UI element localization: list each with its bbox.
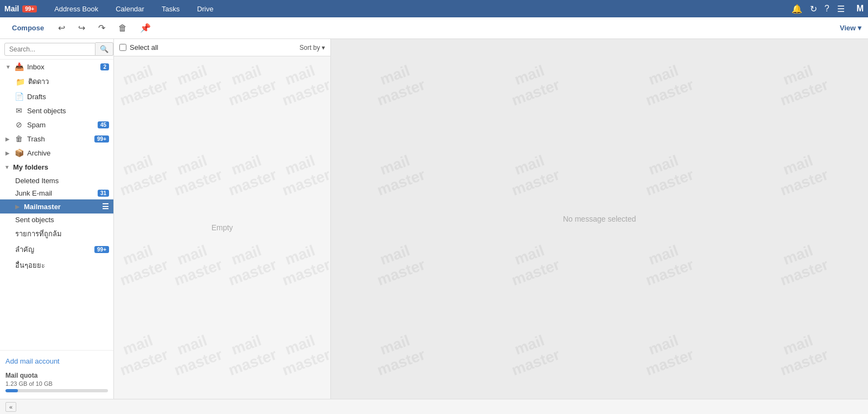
trash-icon: 🗑	[14, 134, 24, 143]
sidebar-item-junk[interactable]: Junk E-mail 31	[0, 187, 113, 199]
other-label: อื่นๆอยยะ	[15, 260, 109, 271]
watermark-cell: mailmaster	[320, 289, 476, 414]
add-account-link[interactable]: Add mail account	[5, 357, 108, 365]
sidebar-item-starred[interactable]: 📁 ติดดาว	[0, 74, 113, 89]
watermark-cell: mailmaster	[320, 199, 476, 329]
top-nav: Mail 99+ Address Book Calendar Tasks Dri…	[0, 0, 868, 17]
menu-icon[interactable]: ☰	[837, 4, 845, 14]
no-message-label: No message selected	[563, 215, 636, 223]
sidebar-item-archive[interactable]: ▶ 📦 Archive	[0, 146, 113, 160]
group-label: รายการที่ถูกล้ม	[15, 228, 109, 240]
sidebar-item-group[interactable]: รายการที่ถูกล้ม	[0, 226, 113, 242]
drafts-icon: 📄	[14, 92, 24, 101]
refresh-icon[interactable]: ↻	[810, 4, 817, 14]
spam-label: Spam	[27, 121, 94, 129]
sidebar-item-important[interactable]: ลำคัญ 99+	[0, 242, 113, 257]
archive-icon: 📦	[14, 148, 24, 157]
mailmaster-label: Mailmaster	[24, 203, 99, 211]
help-icon[interactable]: ?	[825, 4, 829, 14]
archive-arrow-icon: ▶	[5, 150, 11, 156]
quota-bar-bg	[5, 389, 108, 392]
sidebar: 🔍 ▼ 📥 Inbox 2 📁 ติดดาว 📄 Drafts	[0, 39, 114, 399]
forward-button[interactable]: ↷	[94, 21, 110, 35]
mailmaster-menu-icon[interactable]: ☰	[102, 202, 109, 211]
inbox-label: Inbox	[27, 63, 97, 71]
my-folders-label: My folders	[13, 163, 48, 171]
nav-items: Address Book Calendar Tasks Drive	[46, 2, 792, 16]
trash-label: Trash	[27, 135, 91, 143]
inbox-icon: 📥	[14, 62, 24, 71]
sort-by-arrow-icon: ▾	[322, 44, 325, 51]
status-bar: «	[0, 399, 868, 414]
compose-button[interactable]: Compose	[7, 22, 49, 34]
mailmaster-logo: M	[857, 4, 864, 14]
nav-drive[interactable]: Drive	[188, 2, 222, 16]
sidebar-item-other[interactable]: อื่นๆอยยะ	[0, 257, 113, 273]
important-badge: 99+	[94, 246, 109, 253]
archive-button[interactable]: 📌	[136, 21, 155, 35]
sidebar-item-drafts[interactable]: 📄 Drafts	[0, 89, 113, 104]
nav-address-book[interactable]: Address Book	[46, 2, 107, 16]
search-button[interactable]: 🔍	[95, 42, 113, 56]
select-all-wrap: Select all	[119, 43, 294, 51]
junk-badge: 31	[98, 190, 109, 197]
my-folders-arrow-icon: ▼	[4, 164, 10, 170]
inbox-badge: 2	[100, 63, 109, 70]
sidebar-item-sent2[interactable]: Sent objects	[0, 214, 113, 226]
empty-message: Empty	[114, 56, 330, 399]
nav-tasks[interactable]: Tasks	[153, 2, 188, 16]
sidebar-item-inbox[interactable]: ▼ 📥 Inbox 2	[0, 60, 113, 74]
archive-label: Archive	[27, 149, 109, 157]
watermark-cell: mailmaster	[723, 109, 868, 240]
delete-button[interactable]: 🗑	[114, 21, 131, 35]
search-input[interactable]	[4, 43, 95, 56]
top-nav-icons: 🔔 ↻ ? ☰ M	[792, 4, 864, 14]
watermark-cell: mailmaster	[454, 289, 611, 414]
mailmaster-arrow-icon: ▶	[15, 204, 21, 210]
message-list-pane: mailmaster mailmaster mailmaster mailmas…	[114, 39, 331, 399]
bell-icon[interactable]: 🔔	[792, 4, 802, 14]
sidebar-item-trash[interactable]: ▶ 🗑 Trash 99+	[0, 132, 113, 146]
sidebar-nav: ▼ 📥 Inbox 2 📁 ติดดาว 📄 Drafts ✉ Sent ob	[0, 60, 113, 350]
trash-arrow-icon: ▶	[5, 136, 11, 142]
sent-icon: ✉	[14, 106, 24, 115]
sidebar-item-deleted[interactable]: Deleted Items	[0, 174, 113, 187]
sidebar-footer: Add mail account Mail quota 1.23 GB of 1…	[0, 350, 113, 399]
quota-label: Mail quota	[5, 372, 108, 379]
junk-email-label: Junk E-mail	[15, 189, 94, 197]
collapse-button[interactable]: «	[5, 402, 16, 412]
deleted-items-label: Deleted Items	[15, 177, 109, 185]
spam-icon: ⊘	[14, 120, 24, 129]
select-all-checkbox[interactable]	[119, 44, 126, 51]
sent-label: Sent objects	[27, 107, 109, 115]
search-area: 🔍	[0, 39, 113, 60]
preview-pane: mailmaster mailmaster mailmaster mailmas…	[331, 39, 868, 399]
spam-badge: 45	[98, 121, 109, 128]
trash-badge: 99+	[94, 135, 109, 143]
select-all-label: Select all	[130, 43, 158, 51]
quota-bar-fill	[5, 389, 18, 392]
watermark-cell: mailmaster	[320, 109, 476, 240]
main-container: 🔍 ▼ 📥 Inbox 2 📁 ติดดาว 📄 Drafts	[0, 39, 868, 399]
brand: Mail 99+	[4, 4, 37, 13]
my-folders-header[interactable]: ▼ My folders	[0, 160, 113, 174]
sidebar-item-sent[interactable]: ✉ Sent objects	[0, 104, 113, 118]
sort-by-button[interactable]: Sort by ▾	[299, 44, 325, 51]
quota-size: 1.23 GB of 10 GB	[5, 380, 108, 387]
brand-label: Mail	[4, 4, 19, 13]
message-list-toolbar: Select all Sort by ▾	[114, 39, 330, 56]
view-button[interactable]: View ▾	[840, 24, 861, 32]
sent-objects2-label: Sent objects	[15, 216, 109, 224]
sidebar-item-mailmaster[interactable]: ▶ Mailmaster ☰	[0, 199, 113, 214]
watermark-cell: mailmaster	[588, 289, 745, 414]
important-label: ลำคัญ	[15, 244, 91, 255]
inbox-arrow-icon: ▼	[5, 64, 11, 70]
drafts-label: Drafts	[27, 93, 109, 101]
redo-button[interactable]: ↪	[74, 21, 90, 35]
watermark-cell: mailmaster	[723, 199, 868, 329]
undo-button[interactable]: ↩	[54, 21, 69, 35]
sidebar-item-spam[interactable]: ⊘ Spam 45	[0, 118, 113, 132]
mail-count-badge: 99+	[22, 5, 37, 12]
nav-calendar[interactable]: Calendar	[107, 2, 153, 16]
sort-by-label: Sort by	[299, 44, 320, 51]
